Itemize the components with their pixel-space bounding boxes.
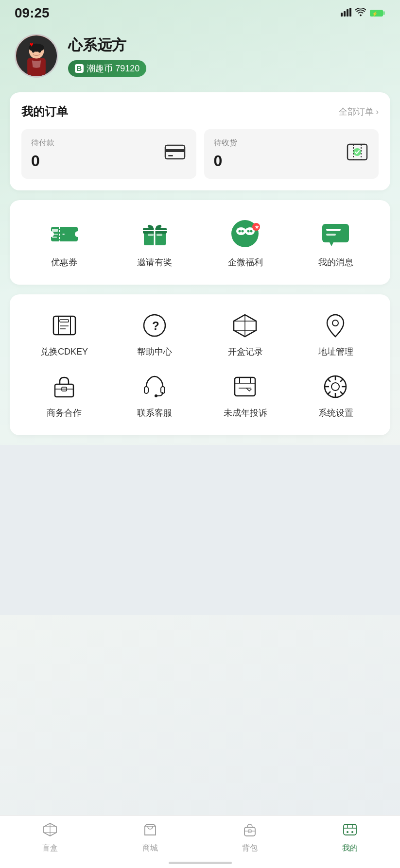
orders-grid: 待付款 0 待收货 0 bbox=[21, 129, 379, 179]
order-item-pending-pay[interactable]: 待付款 0 bbox=[21, 129, 196, 179]
svg-rect-42 bbox=[322, 224, 349, 242]
menu-address-label: 地址管理 bbox=[318, 346, 353, 357]
status-icons: ⚡ bbox=[341, 8, 385, 18]
menu-address[interactable]: 地址管理 bbox=[293, 311, 379, 357]
tab-shop-label: 商城 bbox=[142, 843, 158, 853]
svg-point-63 bbox=[155, 394, 157, 397]
order-label-pending-pay: 待付款 bbox=[31, 138, 54, 148]
svg-rect-49 bbox=[60, 320, 69, 322]
svg-rect-44 bbox=[326, 229, 341, 231]
order-label-pending-receive: 待收货 bbox=[214, 138, 237, 148]
coins-amount: 潮趣币 79120 bbox=[87, 63, 139, 74]
svg-rect-64 bbox=[235, 377, 255, 396]
order-count-pending-receive: 0 bbox=[214, 152, 237, 170]
coins-badge[interactable]: B 潮趣币 79120 bbox=[68, 60, 146, 77]
svg-point-30 bbox=[153, 225, 156, 228]
svg-rect-84 bbox=[344, 824, 356, 835]
svg-point-57 bbox=[332, 320, 338, 326]
svg-rect-16 bbox=[165, 149, 185, 152]
home-indicator bbox=[169, 862, 232, 864]
box-icon bbox=[232, 312, 259, 339]
profile-section: ♥ 心系远方 B 潮趣币 79120 bbox=[0, 24, 400, 92]
menu-help[interactable]: ? 帮助中心 bbox=[112, 311, 197, 357]
menu-settings[interactable]: 系统设置 bbox=[293, 372, 379, 419]
svg-rect-2 bbox=[347, 9, 348, 17]
menu-grid: 兑换CDKEY ? 帮助中心 开盒记录 bbox=[21, 306, 379, 424]
help-icon: ? bbox=[141, 312, 168, 339]
svg-line-77 bbox=[328, 391, 330, 394]
tab-mine[interactable]: 我的 bbox=[300, 822, 400, 853]
shortcut-message[interactable]: 我的消息 bbox=[293, 217, 379, 268]
shortcut-coupon-label: 优惠券 bbox=[51, 256, 77, 268]
avatar[interactable]: ♥ bbox=[15, 34, 58, 78]
menu-business-label: 商务合作 bbox=[47, 407, 82, 419]
svg-line-76 bbox=[340, 379, 343, 382]
svg-line-75 bbox=[340, 391, 343, 394]
shortcut-wechat-work-label: 企微福利 bbox=[228, 256, 263, 268]
svg-point-36 bbox=[239, 230, 241, 232]
svg-text:?: ? bbox=[152, 319, 159, 332]
shop-tab-icon bbox=[143, 822, 157, 840]
menu-card: 兑换CDKEY ? 帮助中心 开盒记录 bbox=[10, 294, 390, 435]
menu-business[interactable]: 商务合作 bbox=[21, 372, 107, 419]
svg-rect-45 bbox=[326, 234, 336, 236]
coins-b-label: B bbox=[75, 64, 84, 73]
gray-area bbox=[0, 445, 400, 615]
tab-backpack[interactable]: 背包 bbox=[200, 822, 300, 853]
shortcut-wechat-work[interactable]: ★ 企微福利 bbox=[203, 217, 288, 268]
message-icon bbox=[320, 218, 351, 250]
svg-rect-0 bbox=[341, 13, 343, 17]
headphone-icon bbox=[141, 374, 168, 400]
svg-rect-31 bbox=[148, 234, 154, 236]
mine-tab-icon bbox=[343, 822, 357, 840]
tab-bar: 盲盒 商城 背包 bbox=[0, 815, 400, 868]
tab-shop[interactable]: 商城 bbox=[100, 822, 200, 853]
svg-point-38 bbox=[247, 230, 250, 232]
svg-rect-58 bbox=[55, 384, 73, 397]
menu-customer-service[interactable]: 联系客服 bbox=[112, 372, 197, 419]
tab-mine-label: 我的 bbox=[342, 843, 358, 853]
menu-box-record-label: 开盒记录 bbox=[228, 346, 263, 357]
orders-all-button[interactable]: 全部订单 › bbox=[339, 106, 379, 118]
menu-customer-service-label: 联系客服 bbox=[137, 407, 172, 419]
blind-box-tab-icon bbox=[43, 822, 57, 840]
battery-icon: ⚡ bbox=[370, 9, 385, 17]
shortcuts-grid: - 优惠券 邀请有奖 bbox=[21, 212, 379, 273]
location-icon bbox=[322, 312, 349, 339]
signal-icon bbox=[341, 8, 351, 18]
complaint-icon bbox=[232, 374, 259, 400]
menu-minor-complaint-label: 未成年投诉 bbox=[224, 407, 267, 419]
business-icon bbox=[51, 374, 78, 400]
svg-rect-32 bbox=[157, 234, 162, 236]
svg-rect-26 bbox=[52, 237, 57, 238]
shortcut-coupon[interactable]: - 优惠券 bbox=[21, 217, 107, 268]
svg-point-39 bbox=[250, 230, 253, 232]
menu-cdkey[interactable]: 兑换CDKEY bbox=[21, 311, 107, 357]
svg-point-89 bbox=[351, 831, 353, 833]
svg-line-74 bbox=[328, 379, 330, 382]
svg-text:-: - bbox=[62, 229, 65, 238]
cdkey-icon bbox=[51, 312, 78, 339]
menu-help-label: 帮助中心 bbox=[137, 346, 172, 357]
delivery-icon bbox=[346, 140, 369, 168]
order-count-pending-pay: 0 bbox=[31, 152, 54, 170]
svg-point-69 bbox=[331, 383, 339, 391]
svg-point-34 bbox=[236, 227, 246, 235]
shortcuts-card: - 优惠券 邀请有奖 bbox=[10, 200, 390, 285]
shortcut-invite[interactable]: 邀请有奖 bbox=[112, 217, 197, 268]
menu-minor-complaint[interactable]: 未成年投诉 bbox=[203, 372, 288, 419]
profile-name: 心系远方 bbox=[68, 35, 146, 55]
status-bar: 09:25 ⚡ bbox=[0, 0, 400, 24]
tab-blind-box[interactable]: 盲盒 bbox=[0, 822, 100, 853]
payment-icon bbox=[163, 140, 187, 168]
tab-backpack-label: 背包 bbox=[242, 843, 258, 853]
order-item-pending-receive[interactable]: 待收货 0 bbox=[204, 129, 379, 179]
menu-settings-label: 系统设置 bbox=[318, 407, 353, 419]
svg-text:♥: ♥ bbox=[30, 41, 34, 48]
menu-box-record[interactable]: 开盒记录 bbox=[203, 311, 288, 357]
svg-rect-61 bbox=[144, 387, 148, 393]
shortcut-message-label: 我的消息 bbox=[318, 256, 353, 268]
svg-rect-1 bbox=[344, 11, 346, 17]
backpack-tab-icon bbox=[243, 822, 257, 840]
status-time: 09:25 bbox=[15, 5, 50, 21]
